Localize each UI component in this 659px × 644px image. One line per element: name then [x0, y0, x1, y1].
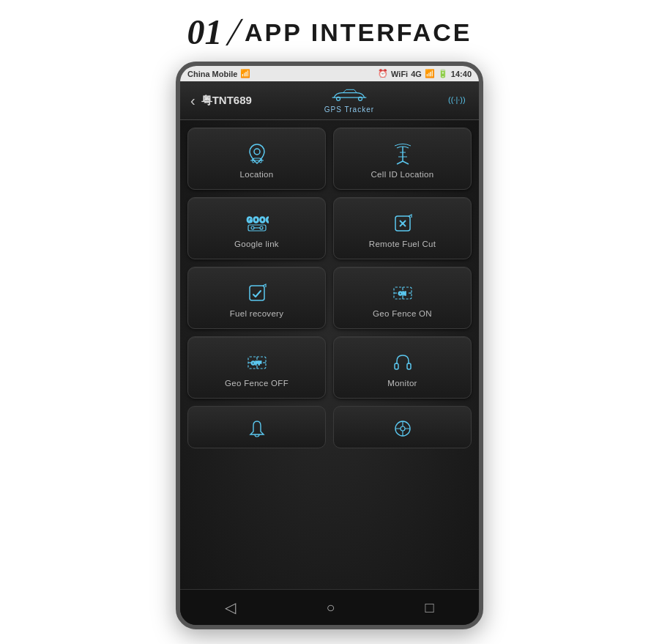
- nav-home-button[interactable]: ○: [311, 596, 349, 619]
- geo-fence-on-button[interactable]: ON Geo Fence ON: [333, 267, 472, 329]
- nav-back-button[interactable]: ◁: [210, 596, 250, 619]
- svg-point-14: [260, 226, 263, 229]
- svg-text:ON: ON: [398, 290, 406, 295]
- remote-fuel-cut-button[interactable]: Remote Fuel Cut: [333, 197, 472, 259]
- svg-line-7: [397, 161, 403, 164]
- cell-id-location-button[interactable]: Cell ID Location: [333, 127, 472, 190]
- cell-tower-icon: [391, 142, 414, 166]
- wheel-icon: [392, 418, 413, 439]
- monitor-icon: [391, 351, 414, 374]
- location-label: Location: [240, 170, 274, 179]
- gps-label: GPS Tracker: [324, 106, 374, 114]
- remote-fuel-cut-label: Remote Fuel Cut: [369, 240, 436, 248]
- svg-point-4: [252, 160, 254, 163]
- partial-button-1[interactable]: [187, 406, 326, 448]
- header-number: 01: [187, 15, 223, 50]
- google-link-label: Google link: [234, 240, 279, 248]
- device-name: 粤TNT689: [201, 94, 252, 108]
- svg-point-3: [254, 149, 260, 155]
- geo-fence-off-label: Geo Fence OFF: [225, 379, 288, 388]
- google-icon: GOOGLE: [245, 212, 269, 235]
- svg-text:OFF: OFF: [251, 360, 262, 365]
- nav-recents-button[interactable]: □: [410, 596, 448, 619]
- location-icon: [245, 142, 269, 166]
- fuel-recovery-label: Fuel recovery: [230, 309, 284, 318]
- phone-frame: China Mobile 📶 ⏰ WiFi 4G 📶 🔋 14:40 ‹ 粤TN…: [176, 62, 483, 629]
- header-title: APP INTERFACE: [245, 18, 472, 47]
- fuel-recovery-icon: [245, 281, 269, 305]
- page-header: 01 / APP INTERFACE: [0, 0, 659, 62]
- partial-button-2[interactable]: [333, 406, 472, 448]
- monitor-button[interactable]: Monitor: [333, 336, 472, 399]
- svg-point-5: [259, 160, 261, 163]
- partial-button-row: [187, 406, 472, 448]
- signal-strength-icon: ((·|·)): [447, 91, 469, 111]
- location-button[interactable]: Location: [187, 127, 326, 190]
- svg-text:GOOGLE: GOOGLE: [247, 216, 269, 224]
- geo-fence-off-icon: OFF: [245, 351, 269, 374]
- app-body: Location Cell ID Location: [180, 120, 479, 589]
- geo-fence-off-button[interactable]: OFF Geo Fence OFF: [187, 336, 326, 399]
- svg-text:((·|·)): ((·|·)): [448, 95, 466, 104]
- bottom-nav: ◁ ○ □: [180, 589, 479, 625]
- back-button[interactable]: ‹: [190, 92, 196, 109]
- svg-rect-33: [407, 363, 411, 369]
- header-slash: /: [226, 12, 240, 51]
- geo-fence-on-label: Geo Fence ON: [373, 309, 432, 318]
- fuel-recovery-button[interactable]: Fuel recovery: [187, 267, 326, 329]
- app-header: ‹ 粤TNT689 GPS Tracker ((·|·)): [180, 81, 479, 120]
- gps-tracker-logo: GPS Tracker: [324, 87, 374, 114]
- svg-rect-32: [395, 363, 398, 369]
- svg-rect-19: [250, 286, 264, 300]
- bell-icon: [247, 418, 267, 439]
- cell-id-label: Cell ID Location: [371, 170, 434, 179]
- svg-point-13: [251, 226, 254, 229]
- status-carrier: China Mobile 📶: [187, 69, 250, 78]
- svg-point-35: [401, 426, 405, 431]
- google-link-button[interactable]: GOOGLE Google link: [187, 197, 326, 259]
- svg-line-8: [403, 161, 409, 164]
- main-button-grid: Location Cell ID Location: [187, 127, 472, 399]
- fuel-cut-icon: [391, 212, 414, 235]
- status-bar: China Mobile 📶 ⏰ WiFi 4G 📶 🔋 14:40: [180, 66, 479, 81]
- geo-fence-on-icon: ON: [391, 281, 414, 305]
- monitor-label: Monitor: [387, 379, 417, 388]
- status-time: ⏰ WiFi 4G 📶 🔋 14:40: [378, 69, 472, 78]
